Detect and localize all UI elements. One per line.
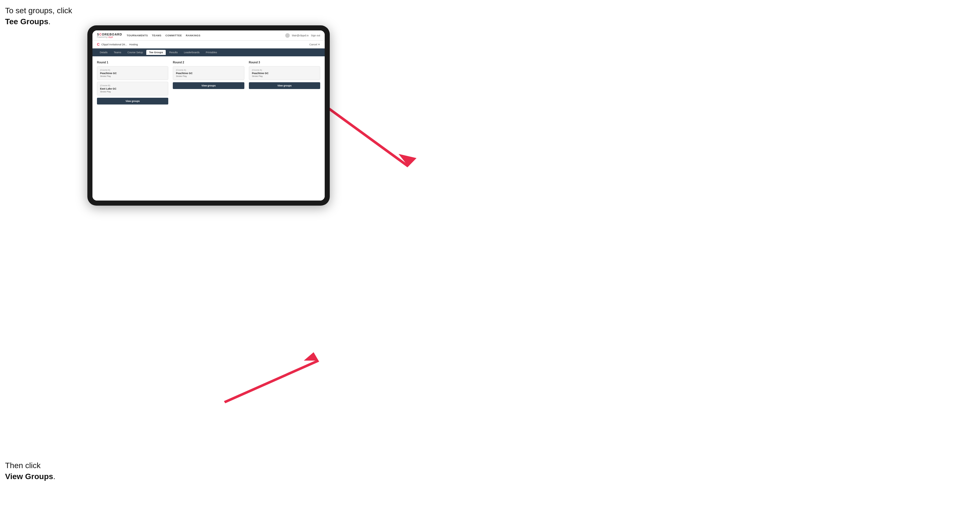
tab-printables[interactable]: Printables <box>203 50 220 55</box>
tab-teams[interactable]: Teams <box>111 50 124 55</box>
nav-committee[interactable]: COMMITTEE <box>165 34 182 37</box>
round-1-title: Round 1 <box>97 61 168 64</box>
round-3-course-a: (Course A) Peachtree GC Stroke Play <box>249 66 320 80</box>
breadcrumb-logo: C <box>97 42 100 46</box>
round-1-course-b: (Course B) East Lake GC Stroke Play <box>97 82 168 95</box>
round-2-course-a-name: Peachtree GC <box>176 72 241 75</box>
annotation-bottom: Then click View Groups. <box>5 460 55 482</box>
round-1-course-b-label: (Course B) <box>100 84 165 87</box>
breadcrumb-bar: C Clippd Invitational (M... Hosting Canc… <box>92 41 325 48</box>
tab-course-setup[interactable]: Course Setup <box>124 50 146 55</box>
subtab-bar: Details Teams Course Setup Tee Groups Re… <box>92 48 325 56</box>
round-1-course-a-label: (Course A) <box>100 69 165 71</box>
round-3-course-a-name: Peachtree GC <box>252 72 317 75</box>
logo-text: SCOREBOARD <box>97 33 122 36</box>
logo-sub: Powered by clippit <box>97 36 122 38</box>
cancel-button[interactable]: Cancel ✕ <box>309 43 320 46</box>
main-content: Round 1 (Course A) Peachtree GC Stroke P… <box>92 56 325 200</box>
annotation-bottom-bold: View Groups <box>5 472 53 481</box>
view-groups-round-3-button[interactable]: View groups <box>249 82 320 89</box>
round-1-course-a-name: Peachtree GC <box>100 72 165 75</box>
top-navigation: SCOREBOARD Powered by clippit TOURNAMENT… <box>92 30 325 41</box>
round-3-course-a-type: Stroke Play <box>252 75 317 78</box>
nav-teams[interactable]: TEAMS <box>152 34 162 37</box>
user-email: blair@clippd.io <box>292 34 309 37</box>
annotation-bottom-line1: Then click <box>5 461 41 470</box>
tab-leaderboards[interactable]: Leaderboards <box>181 50 202 55</box>
round-1-col: Round 1 (Course A) Peachtree GC Stroke P… <box>97 61 168 105</box>
round-2-col: Round 2 (Course A) Peachtree GC Stroke P… <box>173 61 244 105</box>
round-3-title: Round 3 <box>249 61 320 64</box>
round-2-course-a-type: Stroke Play <box>176 75 241 78</box>
round-3-col: Round 3 (Course A) Peachtree GC Stroke P… <box>249 61 320 105</box>
nav-tournaments[interactable]: TOURNAMENTS <box>127 34 148 37</box>
topnav-right: blair@clippd.io Sign out <box>285 33 320 38</box>
svg-marker-1 <box>399 154 417 167</box>
tab-results[interactable]: Results <box>166 50 180 55</box>
annotation-top-bold: Tee Groups <box>5 17 48 26</box>
view-groups-round-1-button[interactable]: View groups <box>97 98 168 105</box>
round-1-course-a: (Course A) Peachtree GC Stroke Play <box>97 66 168 80</box>
annotation-bottom-period: . <box>53 472 56 481</box>
svg-line-2 <box>224 360 318 402</box>
round-1-course-b-type: Stroke Play <box>100 90 165 93</box>
annotation-top-line1: To set groups, click <box>5 6 72 15</box>
annotation-top: To set groups, click Tee Groups. <box>5 5 72 27</box>
round-1-course-b-name: East Lake GC <box>100 87 165 90</box>
tab-details[interactable]: Details <box>97 50 110 55</box>
round-1-course-a-type: Stroke Play <box>100 75 165 78</box>
round-3-course-a-label: (Course A) <box>252 69 317 71</box>
breadcrumb-tournament: Clippd Invitational (M... Hosting <box>101 43 309 46</box>
round-2-course-a-label: (Course A) <box>176 69 241 71</box>
rounds-row: Round 1 (Course A) Peachtree GC Stroke P… <box>97 61 320 105</box>
svg-marker-3 <box>304 352 318 361</box>
round-2-course-a: (Course A) Peachtree GC Stroke Play <box>173 66 244 80</box>
tablet-screen: SCOREBOARD Powered by clippit TOURNAMENT… <box>92 30 325 200</box>
round-2-title: Round 2 <box>173 61 244 64</box>
view-groups-round-2-button[interactable]: View groups <box>173 82 244 89</box>
user-avatar <box>285 33 290 38</box>
nav-rankings[interactable]: RANKINGS <box>186 34 200 37</box>
nav-links: TOURNAMENTS TEAMS COMMITTEE RANKINGS <box>127 34 285 37</box>
tab-tee-groups[interactable]: Tee Groups <box>146 50 166 55</box>
tablet: SCOREBOARD Powered by clippit TOURNAMENT… <box>88 25 330 206</box>
sign-out-link[interactable]: Sign out <box>311 34 320 37</box>
logo-area: SCOREBOARD Powered by clippit <box>97 33 122 38</box>
annotation-top-period: . <box>48 17 51 26</box>
